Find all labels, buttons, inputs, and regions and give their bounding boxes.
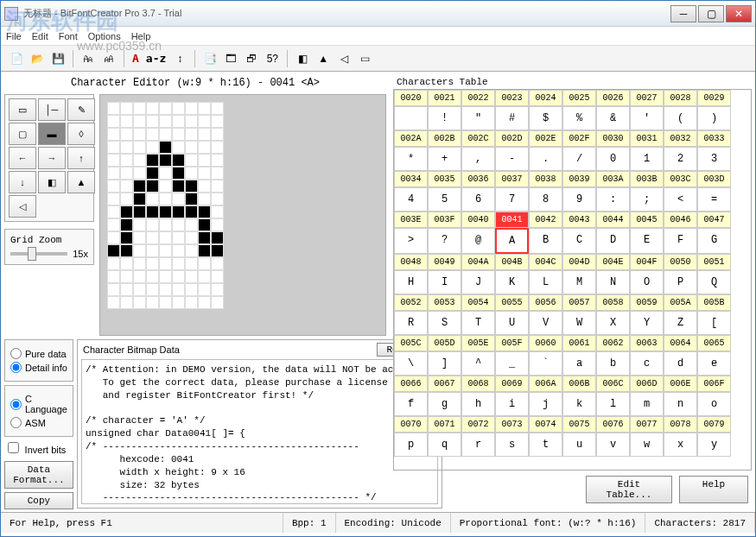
- char-code-header[interactable]: 003D: [697, 171, 731, 187]
- char-cell[interactable]: y: [697, 433, 731, 457]
- char-cell[interactable]: m: [630, 392, 664, 416]
- pixel-cell[interactable]: [107, 102, 120, 115]
- char-cell[interactable]: l: [596, 392, 630, 416]
- mirror-tool-icon[interactable]: ▲: [67, 171, 95, 193]
- char-cell[interactable]: N: [596, 270, 630, 294]
- char-cell[interactable]: w: [630, 433, 664, 457]
- char-code-header[interactable]: 002F: [562, 130, 596, 147]
- pixel-cell[interactable]: [146, 283, 159, 296]
- char-code-header[interactable]: 0032: [664, 130, 697, 147]
- shift-down-icon[interactable]: ↓: [9, 171, 36, 193]
- copy-button[interactable]: Copy: [4, 492, 73, 509]
- char-cell[interactable]: t: [529, 433, 562, 457]
- pixel-cell[interactable]: [159, 244, 172, 257]
- char-code-header[interactable]: 0040: [461, 212, 495, 228]
- char-code-header[interactable]: 0041: [495, 212, 529, 228]
- char-cell[interactable]: [: [697, 311, 731, 335]
- pixel-cell[interactable]: [185, 244, 198, 257]
- pixel-cell[interactable]: [120, 141, 133, 154]
- pixel-cell[interactable]: [146, 180, 159, 193]
- char-code-header[interactable]: 002C: [461, 130, 495, 147]
- char-cell[interactable]: [394, 106, 428, 130]
- pixel-cell[interactable]: [172, 244, 185, 257]
- pixel-cell[interactable]: [198, 167, 211, 180]
- char-cell[interactable]: Z: [664, 311, 697, 335]
- char-code-header[interactable]: 006B: [562, 376, 596, 392]
- char-code-header[interactable]: 0027: [630, 90, 664, 106]
- char-code-header[interactable]: 004B: [495, 254, 529, 270]
- char-cell[interactable]: &: [596, 106, 630, 130]
- pixel-cell[interactable]: [211, 205, 224, 218]
- pixel-cell[interactable]: [107, 205, 120, 218]
- pixel-cell[interactable]: [120, 231, 133, 244]
- pixel-cell[interactable]: [211, 193, 224, 205]
- char-code-header[interactable]: 002D: [495, 130, 529, 147]
- pixel-cell[interactable]: [159, 270, 172, 283]
- pixel-cell[interactable]: [198, 205, 211, 218]
- char-code-header[interactable]: 0077: [630, 416, 664, 433]
- import-ex-icon[interactable]: 🗚: [100, 50, 118, 67]
- pixel-cell[interactable]: [172, 218, 185, 231]
- pixel-cell[interactable]: [159, 296, 172, 309]
- pixel-cell[interactable]: [185, 218, 198, 231]
- pixel-cell[interactable]: [172, 257, 185, 270]
- char-cell[interactable]: -: [495, 147, 529, 171]
- char-cell[interactable]: X: [596, 311, 630, 335]
- updown-icon[interactable]: ↕: [171, 50, 188, 67]
- pixel-cell[interactable]: [185, 270, 198, 283]
- char-cell[interactable]: :: [596, 187, 630, 212]
- char-cell[interactable]: 2: [664, 147, 697, 171]
- char-code-header[interactable]: 0033: [697, 130, 731, 147]
- char-code-header[interactable]: 006F: [697, 376, 731, 392]
- char-cell[interactable]: A: [495, 228, 529, 254]
- char-code-header[interactable]: 005D: [428, 335, 461, 351]
- pixel-cell[interactable]: [107, 115, 120, 128]
- char-code-header[interactable]: 0035: [428, 171, 461, 187]
- char-cell[interactable]: `: [529, 351, 562, 376]
- char-code-header[interactable]: 0066: [394, 376, 428, 392]
- pixel-cell[interactable]: [107, 141, 120, 154]
- pixel-cell[interactable]: [133, 180, 146, 193]
- pixel-cell[interactable]: [120, 154, 133, 167]
- pixel-cell[interactable]: [185, 141, 198, 154]
- pixel-cell[interactable]: [146, 205, 159, 218]
- pixel-cell[interactable]: [146, 244, 159, 257]
- pixel-cell[interactable]: [211, 128, 224, 141]
- char-code-header[interactable]: 0076: [596, 416, 630, 433]
- bitmap-data-text[interactable]: /* Attention: in DEMO version, the data …: [81, 359, 438, 504]
- pixel-cell[interactable]: [146, 193, 159, 205]
- char-cell[interactable]: L: [529, 270, 562, 294]
- table-help-button[interactable]: Help: [679, 476, 748, 503]
- char-cell[interactable]: ): [697, 106, 731, 130]
- pixel-cell[interactable]: [107, 231, 120, 244]
- pixel-cell[interactable]: [146, 154, 159, 167]
- pixel-cell[interactable]: [159, 180, 172, 193]
- char-cell[interactable]: C: [562, 228, 596, 254]
- pixel-cell[interactable]: [107, 270, 120, 283]
- pixel-cell[interactable]: [146, 257, 159, 270]
- char-code-header[interactable]: 0026: [596, 90, 630, 106]
- save-icon[interactable]: 💾: [49, 50, 67, 67]
- char-code-header[interactable]: 0045: [630, 212, 664, 228]
- char-code-header[interactable]: 002B: [428, 130, 461, 147]
- pixel-cell[interactable]: [159, 218, 172, 231]
- pixel-cell[interactable]: [146, 115, 159, 128]
- char-cell[interactable]: ": [461, 106, 495, 130]
- pixel-cell[interactable]: [107, 193, 120, 205]
- rect-tool-icon[interactable]: ▢: [9, 123, 36, 145]
- pixel-cell[interactable]: [185, 167, 198, 180]
- char-code-header[interactable]: 005B: [697, 294, 731, 311]
- pixel-cell[interactable]: [120, 102, 133, 115]
- char-code-header[interactable]: 0023: [495, 90, 529, 106]
- char-cell[interactable]: p: [394, 433, 428, 457]
- char-cell[interactable]: q: [428, 433, 461, 457]
- pixel-cell[interactable]: [198, 115, 211, 128]
- char-cell[interactable]: ]: [428, 351, 461, 376]
- char-cell[interactable]: c: [630, 351, 664, 376]
- rotate-icon[interactable]: ▭: [356, 50, 373, 67]
- char-cell[interactable]: M: [562, 270, 596, 294]
- pixel-cell[interactable]: [107, 180, 120, 193]
- pixel-cell[interactable]: [198, 128, 211, 141]
- char-code-header[interactable]: 0052: [394, 294, 428, 311]
- pixel-cell[interactable]: [107, 283, 120, 296]
